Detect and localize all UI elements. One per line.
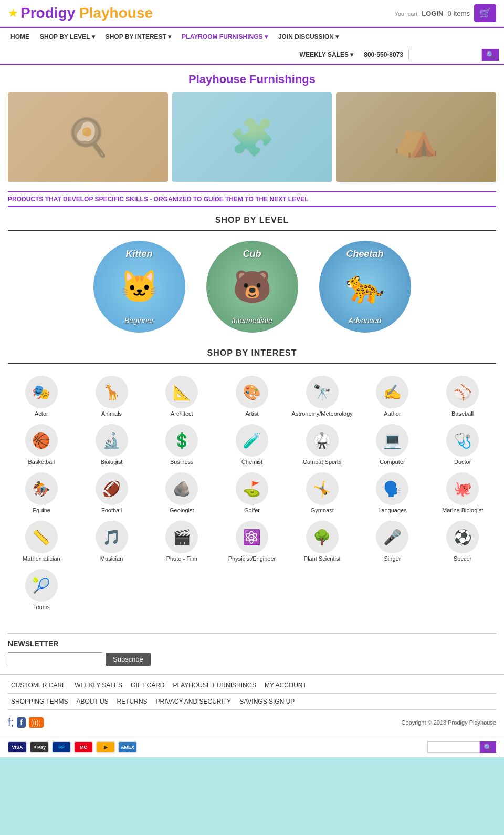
interest-label: Artist [245, 410, 258, 417]
interest-label: Animals [101, 410, 122, 417]
interest-item-soccer[interactable]: ⚽ Soccer [429, 519, 496, 564]
interest-item-architect[interactable]: 📐 Architect [148, 374, 215, 419]
interest-item-tennis[interactable]: 🎾 Tennis [8, 567, 75, 612]
interest-item-singer[interactable]: 🎤 Singer [359, 519, 426, 564]
interest-item-actor[interactable]: 🎭 Actor [8, 374, 75, 419]
nav-search: WEEKLY SALES ▾ 800-550-8073 🔍 [295, 46, 499, 64]
cub-label-bottom: Intermediate [232, 316, 272, 325]
cub-label-top: Cub [243, 249, 261, 260]
interest-item-mathematician[interactable]: 📏 Mathematician [8, 519, 75, 564]
interest-item-golfer[interactable]: ⛳ Golfer [218, 470, 286, 516]
footer-nav-playhouse-furnishings[interactable]: PLAYHOUSE FURNISHINGS [170, 681, 259, 690]
nav-weekly-sales[interactable]: WEEKLY SALES ▾ [295, 46, 359, 64]
interest-item-photo---film[interactable]: 🎬 Photo - Film [148, 519, 215, 564]
payment-row: VISA✦PayPPMC▶AMEX🔍 [0, 737, 504, 757]
interest-item-languages[interactable]: 🗣️ Languages [359, 470, 426, 516]
interest-item-marine-biologist[interactable]: 🐙 Marine Biologist [429, 470, 496, 516]
hero-image-foam[interactable]: 🧩 [172, 92, 332, 182]
interest-icon: 💲 [165, 424, 198, 457]
interest-item-chemist[interactable]: 🧪 Chemist [218, 422, 286, 467]
interest-item-author[interactable]: ✍️ Author [359, 374, 426, 419]
interest-label: Tennis [33, 604, 50, 610]
interest-item-geologist[interactable]: 🪨 Geologist [148, 470, 215, 516]
nav-home[interactable]: HOME [5, 28, 35, 46]
interest-label: Geologist [170, 507, 194, 513]
cub-animal-icon: 🐻 [233, 268, 272, 305]
interest-icon: 🎵 [96, 521, 128, 553]
payment-card-visa2: ▶ [96, 741, 115, 753]
copyright-text: Copyright © 2018 Prodigy Playhouse [401, 719, 496, 726]
newsletter-subscribe-button[interactable]: Subscribe [106, 653, 151, 666]
interest-label: Computer [380, 459, 405, 465]
interest-grid: 🎭 Actor 🦒 Animals 📐 Architect 🎨 Artist 🔭… [8, 374, 496, 612]
rss-icon[interactable]: ))); [29, 717, 44, 728]
interest-item-computer[interactable]: 💻 Computer [359, 422, 426, 467]
footer-nav-returns[interactable]: RETURNS [114, 697, 151, 706]
nav-phone: 800-550-8073 [359, 46, 408, 64]
footer-nav-savings-sign-up[interactable]: SAVINGS SIGN UP [236, 697, 298, 706]
interest-label: Doctor [454, 459, 471, 465]
logo[interactable]: ★ Prodigy Playhouse [8, 5, 153, 22]
interest-item-musician[interactable]: 🎵 Musician [78, 519, 145, 564]
kitten-label-bottom: Beginner [124, 316, 154, 325]
main-navigation: HOME SHOP BY LEVEL ▾ SHOP BY INTEREST ▾ … [0, 27, 504, 65]
bottom-search-button[interactable]: 🔍 [480, 741, 496, 753]
interest-item-animals[interactable]: 🦒 Animals [78, 374, 145, 419]
interest-item-plant-scientist[interactable]: 🌳 Plant Scientist [289, 519, 356, 564]
footer-navigation: CUSTOMER CAREWEEKLY SALESGIFT CARDPLAYHO… [0, 674, 504, 737]
footer-nav-shopping-terms[interactable]: SHOPPING TERMS [8, 697, 71, 706]
nav-shop-by-interest[interactable]: SHOP BY INTEREST ▾ [100, 28, 177, 46]
interest-item-physicist-engineer[interactable]: ⚛️ Physicist/Engineer [218, 519, 286, 564]
footer-nav-weekly-sales[interactable]: WEEKLY SALES [71, 681, 125, 690]
interest-icon: 🎬 [165, 521, 198, 553]
footer-nav-row-2: SHOPPING TERMSABOUT USRETURNSPRIVACY AND… [8, 697, 496, 706]
interest-item-biologist[interactable]: 🔬 Biologist [78, 422, 145, 467]
footer-nav-gift-card[interactable]: GIFT CARD [128, 681, 167, 690]
facebook-button[interactable]: f [17, 717, 26, 728]
footer-nav-about-us[interactable]: ABOUT US [73, 697, 111, 706]
logo-star-icon: ★ [8, 6, 18, 20]
interest-label: Golfer [244, 507, 260, 513]
search-button[interactable]: 🔍 [482, 49, 499, 61]
footer-divider-2 [8, 709, 496, 710]
cart-button[interactable]: 🛒 [474, 4, 496, 22]
bottom-search-input[interactable] [427, 741, 480, 753]
search-input[interactable] [408, 49, 482, 60]
nav-join-discussion[interactable]: JOIN DISCUSSION ▾ [273, 28, 344, 46]
interest-label: Soccer [454, 555, 471, 562]
interest-item-gymnast[interactable]: 🤸 Gymnast [289, 470, 356, 516]
interest-item-baseball[interactable]: ⚾ Baseball [429, 374, 496, 419]
site-header: ★ Prodigy Playhouse Your cart LOGIN 0 It… [0, 0, 504, 27]
level-cub[interactable]: Cub 🐻 Intermediate [206, 241, 298, 333]
interest-item-astronomy-meteorology[interactable]: 🔭 Astronomy/Meteorology [289, 374, 356, 419]
interest-item-football[interactable]: 🏈 Football [78, 470, 145, 516]
interest-icon: 🌳 [306, 521, 339, 553]
interest-item-combat-sports[interactable]: 🥋 Combat Sports [289, 422, 356, 467]
interest-icon: 🎾 [25, 569, 58, 602]
hero-image-kitchen[interactable]: 🍳 [8, 92, 168, 182]
footer-nav-privacy-and-security[interactable]: PRIVACY AND SECURITY [153, 697, 235, 706]
level-kitten[interactable]: Kitten 🐱 Beginner [93, 241, 185, 333]
hero-images: 🍳 🧩 ⛺ [8, 92, 496, 182]
interest-icon: ⚛️ [236, 521, 268, 553]
login-link[interactable]: LOGIN [422, 9, 443, 17]
level-cheetah[interactable]: Cheetah 🐆 Advanced [319, 241, 411, 333]
interest-icon: 🤸 [306, 472, 339, 505]
hero-image-tent[interactable]: ⛺ [336, 92, 496, 182]
footer-search: 🔍 [427, 741, 496, 753]
footer-nav-customer-care[interactable]: CUSTOMER CARE [8, 681, 69, 690]
newsletter-email-input[interactable] [8, 652, 102, 666]
interest-item-artist[interactable]: 🎨 Artist [218, 374, 286, 419]
interest-item-business[interactable]: 💲 Business [148, 422, 215, 467]
interest-item-equine[interactable]: 🏇 Equine [8, 470, 75, 516]
interest-item-basketball[interactable]: 🏀 Basketball [8, 422, 75, 467]
interest-icon: 🪨 [165, 472, 198, 505]
interest-label: Astronomy/Meteorology [292, 410, 353, 417]
payment-card-apple: ✦Pay [30, 741, 49, 753]
nav-playroom-furnishings[interactable]: PLAYROOM FURNISHINGS ▾ [176, 28, 273, 46]
interest-item-doctor[interactable]: 🩺 Doctor [429, 422, 496, 467]
interest-icon: ✍️ [376, 376, 408, 408]
facebook-icon[interactable]: f; [8, 716, 14, 728]
nav-shop-by-level[interactable]: SHOP BY LEVEL ▾ [35, 28, 100, 46]
footer-nav-my-account[interactable]: MY ACCOUNT [261, 681, 310, 690]
